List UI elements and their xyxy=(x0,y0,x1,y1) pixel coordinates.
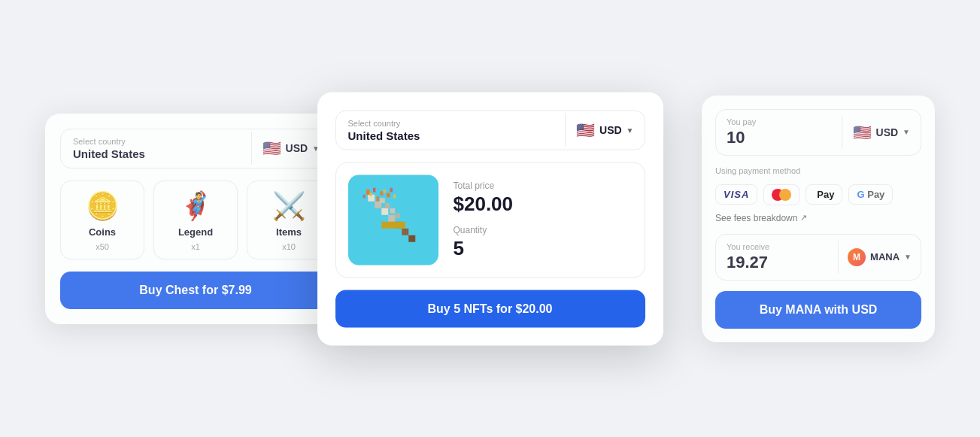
country-row-left[interactable]: Select country United States 🇺🇸 USD ▼ xyxy=(60,129,331,168)
chevron-center: ▼ xyxy=(627,126,634,134)
quantity-label: Quantity xyxy=(454,224,633,235)
svg-rect-2 xyxy=(381,208,388,214)
mastercard-badge[interactable] xyxy=(763,184,799,205)
pay-section: You pay 10 🇺🇸 USD ▼ xyxy=(715,109,921,156)
sword-svg xyxy=(360,186,427,253)
flag-right: 🇺🇸 xyxy=(853,123,872,141)
svg-rect-8 xyxy=(366,190,370,195)
svg-rect-3 xyxy=(388,214,395,221)
svg-rect-11 xyxy=(369,193,372,196)
country-row-center[interactable]: Select country United States 🇺🇸 USD ▼ xyxy=(335,110,645,150)
svg-rect-21 xyxy=(395,213,400,218)
flag-center: 🇺🇸 xyxy=(576,121,595,139)
you-receive-block: You receive 19.27 xyxy=(716,235,838,280)
you-receive-label: You receive xyxy=(727,242,827,251)
external-link-icon: ↗ xyxy=(800,213,807,223)
g-letter: G Pay xyxy=(857,189,884,200)
svg-rect-15 xyxy=(387,193,390,197)
flag-left: 🇺🇸 xyxy=(262,139,281,157)
payment-method-label: Using payment method xyxy=(715,166,921,175)
g-rest: Pay xyxy=(865,189,885,200)
country-block-center: Select country United States xyxy=(336,111,566,149)
svg-rect-9 xyxy=(373,187,375,192)
svg-rect-5 xyxy=(402,228,408,235)
you-pay-value: 10 xyxy=(727,128,831,147)
currency-code-center: USD xyxy=(599,124,622,136)
items-grid: 🪙 Coins x50 🦸 Legend x1 ⚔️ Items x10 xyxy=(60,181,331,259)
nft-info: Total price $20.00 Quantity 5 xyxy=(454,180,633,259)
mc-orange-circle xyxy=(779,189,791,201)
legend-icon: 🦸 xyxy=(179,190,213,222)
pay-currency-selector[interactable]: 🇺🇸 USD ▼ xyxy=(842,116,921,149)
nft-product-row: Total price $20.00 Quantity 5 xyxy=(335,162,645,278)
svg-rect-17 xyxy=(393,194,396,198)
items-label: Items xyxy=(276,226,302,238)
country-name-center: United States xyxy=(348,129,554,141)
item-legend[interactable]: 🦸 Legend x1 xyxy=(153,181,238,259)
visa-text: VISA xyxy=(724,189,749,200)
legend-count: x1 xyxy=(191,242,200,251)
pay-currency-code: USD xyxy=(876,126,899,138)
total-price-value: $20.00 xyxy=(454,192,633,215)
applepay-badge[interactable]: Pay xyxy=(806,184,842,205)
currency-code-left: USD xyxy=(286,142,308,154)
coins-count: x50 xyxy=(96,242,109,251)
chevron-right-pay: ▼ xyxy=(903,128,910,136)
country-label-left: Select country xyxy=(73,137,239,146)
country-block-left: Select country United States xyxy=(61,129,251,168)
legend-label: Legend xyxy=(178,226,213,238)
scene: Select country United States 🇺🇸 USD ▼ 🪙 … xyxy=(0,0,980,437)
svg-rect-16 xyxy=(390,187,392,192)
coins-label: Coins xyxy=(89,226,116,238)
svg-rect-12 xyxy=(376,196,378,202)
mana-icon: M xyxy=(848,248,866,266)
svg-rect-20 xyxy=(390,208,395,213)
country-name-left: United States xyxy=(73,147,239,160)
center-card: Select country United States 🇺🇸 USD ▼ xyxy=(317,92,663,345)
fees-link[interactable]: See fees breakdown ↗ xyxy=(715,213,921,223)
svg-rect-19 xyxy=(384,203,390,208)
g-blue: G xyxy=(857,189,864,200)
chevron-mana: ▼ xyxy=(904,253,912,261)
coins-icon: 🪙 xyxy=(86,190,120,222)
left-card: Select country United States 🇺🇸 USD ▼ 🪙 … xyxy=(45,114,346,324)
mana-code: MANA xyxy=(870,251,900,263)
you-receive-value: 19.27 xyxy=(727,253,827,272)
quantity-value: 5 xyxy=(454,236,633,259)
payment-methods-row: Using payment method VISA Pay G Pay xyxy=(715,166,921,205)
visa-badge[interactable]: VISA xyxy=(715,184,757,205)
you-pay-block: You pay 10 xyxy=(716,110,842,155)
svg-rect-7 xyxy=(381,221,405,228)
googlepay-badge[interactable]: G Pay xyxy=(848,184,893,205)
mc-circles xyxy=(772,189,791,201)
fees-link-text: See fees breakdown xyxy=(715,213,797,223)
svg-rect-13 xyxy=(363,194,365,198)
receive-section: You receive 19.27 M MANA ▼ xyxy=(715,234,921,281)
items-icon: ⚔️ xyxy=(272,190,306,222)
buy-chest-button[interactable]: Buy Chest for $7.99 xyxy=(60,272,331,309)
item-coins[interactable]: 🪙 Coins x50 xyxy=(60,181,144,259)
currency-selector-center[interactable]: 🇺🇸 USD ▼ xyxy=(565,114,644,147)
svg-rect-6 xyxy=(408,235,415,241)
items-count: x10 xyxy=(282,242,296,251)
nft-thumbnail xyxy=(348,174,438,265)
buy-nfts-button[interactable]: Buy 5 NFTs for $20.00 xyxy=(335,290,645,327)
svg-rect-14 xyxy=(383,190,385,193)
total-price-label: Total price xyxy=(454,180,633,190)
you-pay-label: You pay xyxy=(727,117,831,126)
mana-selector[interactable]: M MANA ▼ xyxy=(838,241,921,274)
svg-rect-18 xyxy=(380,198,385,203)
svg-rect-10 xyxy=(380,191,384,196)
country-label-center: Select country xyxy=(348,118,554,127)
buy-mana-button[interactable]: Buy MANA with USD xyxy=(715,291,921,329)
applepay-text: Pay xyxy=(817,189,834,200)
right-card: You pay 10 🇺🇸 USD ▼ Using payment method… xyxy=(702,96,935,342)
